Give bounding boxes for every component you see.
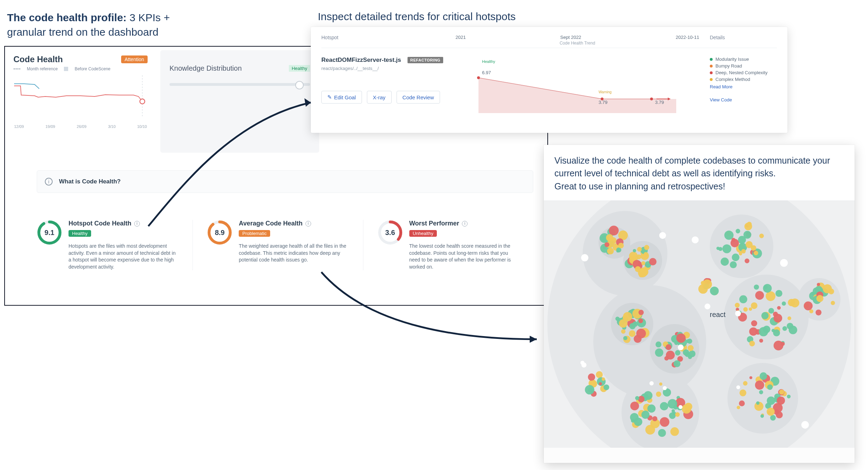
- hotspot-file-name[interactable]: ReactDOMFizzServer-test.js: [321, 57, 401, 64]
- bubble-visualization[interactable]: react: [544, 200, 855, 448]
- svg-point-200: [739, 295, 748, 303]
- kpi-value: 8.9: [207, 220, 232, 245]
- svg-point-270: [767, 384, 773, 390]
- hotspot-detail-panel: Hotspot 2021 Sept 2022 2022-10-11 Code H…: [311, 27, 787, 133]
- svg-point-250: [743, 381, 748, 386]
- svg-point-177: [735, 302, 740, 307]
- legend-label: Deep, Nested Complexity: [715, 70, 767, 75]
- svg-point-94: [739, 252, 742, 255]
- kpi-title: Hotspot Code Health i: [69, 220, 178, 227]
- svg-point-178: [777, 306, 781, 310]
- svg-point-170: [781, 342, 785, 346]
- svg-point-111: [638, 318, 643, 323]
- kpi-card[interactable]: 3.6 Worst Performer i Unhealthy The lowe…: [363, 220, 533, 270]
- edit-goal-label: Edit Goal: [334, 94, 356, 100]
- svg-point-243: [635, 396, 640, 400]
- svg-point-173: [749, 307, 752, 311]
- xtick: 10/10: [137, 124, 147, 129]
- info-label: What is Code Health?: [59, 178, 121, 185]
- svg-point-238: [641, 411, 649, 419]
- legend-dot-icon: [710, 71, 713, 74]
- code-health-title: Code Health: [13, 54, 63, 64]
- legend-label: Complex Method: [715, 77, 750, 82]
- svg-point-68: [639, 272, 644, 277]
- kpi-value: 3.6: [377, 220, 403, 245]
- svg-point-101: [743, 231, 751, 239]
- kpi-card[interactable]: 8.9 Average Code Health i Problematic Th…: [193, 220, 363, 270]
- read-more-link[interactable]: Read More: [710, 84, 777, 89]
- help-icon[interactable]: i: [305, 221, 311, 227]
- svg-point-164: [782, 301, 786, 306]
- xtick: 12/09: [14, 124, 24, 129]
- svg-point-44: [605, 242, 610, 247]
- kpi-card[interactable]: 9.1 Hotspot Code Health i Healthy Hotspo…: [37, 220, 193, 270]
- svg-point-330: [649, 381, 654, 386]
- xray-button[interactable]: X-ray: [367, 91, 392, 104]
- svg-point-251: [760, 414, 764, 418]
- view-code-link[interactable]: View Code: [710, 97, 777, 102]
- chart-warning-label: Warning: [599, 90, 612, 94]
- info-icon: i: [45, 178, 53, 186]
- code-health-card: Code Health Attention Month reference Be…: [10, 50, 151, 132]
- svg-point-230: [631, 419, 635, 423]
- hotspot-trend-chart[interactable]: Healthy 6.97 Warning 3.79 3.79: [452, 57, 703, 113]
- svg-point-293: [804, 301, 813, 310]
- help-icon[interactable]: i: [462, 221, 468, 227]
- annotation-profile: The code health profile: 3 KPIs + granul…: [7, 11, 191, 39]
- xtick: 26/09: [77, 124, 87, 129]
- svg-point-327: [678, 344, 683, 350]
- svg-point-149: [664, 356, 668, 360]
- svg-point-1: [140, 99, 145, 104]
- knowledge-title: Knowledge Distribution: [170, 64, 242, 72]
- legend-dot-icon: [710, 65, 713, 67]
- svg-point-324: [581, 254, 589, 262]
- hotspot-file-path: react/packages/../__tests__/: [321, 66, 452, 71]
- svg-point-217: [652, 416, 657, 421]
- what-is-code-health-bar[interactable]: i What is Code Health?: [37, 170, 533, 193]
- legend-item: Deep, Nested Complexity: [710, 70, 777, 75]
- timeline-start: 2021: [456, 35, 466, 40]
- svg-point-162: [775, 290, 783, 297]
- knowledge-distribution-card: Knowledge Distribution Healthy: [160, 50, 319, 153]
- edit-goal-button[interactable]: ✎ Edit Goal: [321, 91, 362, 104]
- kpi-badge: Unhealthy: [409, 230, 437, 237]
- svg-point-279: [816, 310, 822, 316]
- svg-point-237: [668, 399, 677, 409]
- svg-point-179: [759, 339, 763, 342]
- svg-point-329: [692, 236, 699, 243]
- svg-point-97: [723, 244, 731, 253]
- svg-point-158: [687, 339, 692, 343]
- svg-point-192: [755, 291, 764, 300]
- refactoring-badge: REFACTORING: [408, 57, 443, 63]
- svg-point-326: [659, 232, 666, 239]
- svg-point-91: [759, 234, 764, 238]
- svg-point-321: [780, 259, 788, 267]
- legend-item: Modularity Issue: [710, 57, 777, 62]
- svg-point-64: [647, 264, 650, 268]
- svg-point-95: [745, 241, 753, 248]
- svg-point-114: [634, 335, 642, 342]
- svg-point-61: [636, 254, 641, 259]
- chart-mid-value: 3.79: [599, 100, 607, 105]
- svg-point-128: [638, 310, 644, 315]
- svg-point-204: [670, 427, 679, 436]
- svg-point-317: [710, 287, 719, 295]
- status-badge-healthy: Healthy: [289, 65, 310, 72]
- svg-point-232: [660, 417, 669, 427]
- svg-point-235: [658, 429, 666, 437]
- help-icon[interactable]: i: [134, 221, 140, 227]
- svg-point-165: [766, 291, 775, 301]
- code-health-trend-chart[interactable]: [13, 74, 148, 123]
- svg-point-148: [673, 360, 680, 367]
- chart-right-value: 3.79: [655, 100, 664, 105]
- svg-point-98: [741, 249, 746, 253]
- svg-point-276: [755, 380, 764, 389]
- svg-point-42: [606, 234, 613, 241]
- svg-point-69: [641, 261, 645, 265]
- legend-square-icon: [64, 67, 68, 71]
- svg-point-229: [644, 391, 653, 400]
- knowledge-slider[interactable]: [170, 83, 310, 86]
- code-review-button[interactable]: Code Review: [397, 91, 440, 104]
- svg-point-245: [787, 395, 791, 399]
- svg-point-241: [647, 404, 655, 412]
